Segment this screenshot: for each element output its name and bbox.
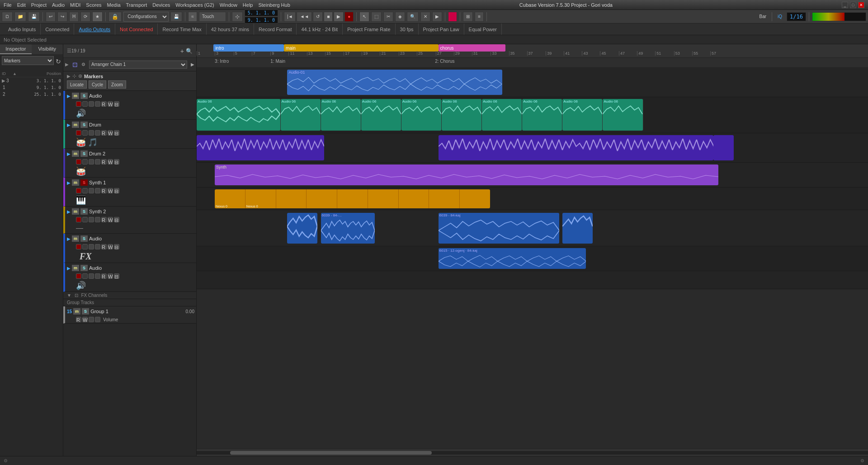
config-save-button[interactable]: 💾 [170,12,182,22]
record-button[interactable]: ● [344,12,354,22]
fx-channels-arrow[interactable]: ▼ [67,293,71,298]
menu-file[interactable]: File [4,2,12,8]
menu-scores[interactable]: Scores [86,2,101,8]
synth2-r-btn[interactable]: R [101,217,107,222]
quantize-button[interactable]: ≡ [475,12,484,22]
drum-eq-btn[interactable] [89,130,94,136]
main-section-block[interactable]: main [284,44,439,52]
intro-section-block[interactable]: intro [213,44,284,52]
audio-track-1-solo-button[interactable]: S [80,93,88,99]
menu-midi[interactable]: MIDI [70,2,80,8]
drum-clip-5[interactable]: Audio 06 [401,99,442,131]
synth1-eq-btn[interactable] [89,188,94,193]
audio-track-1-write-btn[interactable]: W [108,101,113,107]
synth2-fx-btn[interactable] [95,217,100,222]
drum2-clip-1[interactable] [197,135,324,160]
synth2-track-lane[interactable]: Nexus 0 Nexus 0 [197,188,868,210]
group1-eq-btn[interactable] [89,317,94,322]
history-button[interactable]: H [69,12,79,22]
audio3-q-btn[interactable]: ⊟ [114,273,119,279]
audio-clip-small-3[interactable]: 6039 - 84-kaj [439,213,559,244]
touch-mode-label[interactable]: Touch [199,12,226,22]
drum-track-expand[interactable]: ▶ [67,122,71,127]
synth1-track-lane[interactable]: Synth [197,163,868,188]
audio3-w-btn[interactable]: W [108,273,113,279]
new-project-button[interactable]: 🗋 [2,12,13,22]
marker-row-2[interactable]: 2 25. 1. 1. 0 [0,91,63,98]
drum-clip-8[interactable]: Audio 06 [522,99,562,131]
horizontal-scrollbar[interactable] [197,449,868,456]
drum2-track-solo-button[interactable]: S [80,150,88,157]
stop-button[interactable]: ■ [324,12,333,22]
audio3-rec-btn[interactable] [76,273,81,279]
group1-solo-button[interactable]: S [82,308,89,315]
zoom-button[interactable]: Zoom [108,80,126,89]
synth2-rec-btn[interactable] [76,217,81,222]
group1-track-expand[interactable]: 15 [67,309,72,314]
group1-fx-btn[interactable] [95,317,100,322]
drum2-eq-btn[interactable] [89,159,94,164]
menu-project[interactable]: Project [31,2,47,8]
scroll-thumb[interactable] [230,451,432,455]
synth-clip[interactable]: Synth [215,164,718,185]
audio-track-3-lane[interactable]: 6015 · 12-ogenj · 84-kaj [197,246,868,271]
marker-row-1[interactable]: 1 9. 1. 1. 0 [0,84,63,91]
audio3-eq-btn[interactable] [89,273,94,279]
synth1-q-btn[interactable]: ⊟ [114,188,119,193]
synth1-mon-btn[interactable] [82,188,88,193]
audio-track-3-expand[interactable]: ▶ [67,266,71,271]
audio3-mon-btn[interactable] [82,273,88,279]
audio-track-2-expand[interactable]: ▶ [67,236,71,241]
snap-button[interactable]: ⊞ [463,12,473,22]
not-connected-item[interactable]: Not Connected [115,23,158,35]
inspector-refresh-icon[interactable]: ↻ [56,58,61,65]
menu-bar[interactable]: File Edit Project Audio MIDI Scores Medi… [4,2,290,8]
drum2-track-lane[interactable] [197,133,868,163]
arranger-collapse-arrow[interactable]: ▶ [65,62,69,67]
audio-track-1-lane[interactable]: Audio-01 [197,68,868,97]
synth1-track-solo-button[interactable]: S [80,179,88,186]
drum2-rec-btn[interactable] [76,159,81,164]
synth2-mon-btn[interactable] [82,217,88,222]
loop-button[interactable]: ↺ [313,12,323,22]
inspector-tab[interactable]: Inspector [0,44,32,54]
synth2-q-btn[interactable]: ⊟ [114,217,119,222]
synth1-fx-btn[interactable] [95,188,100,193]
audio-track-1-monitor-btn[interactable] [82,101,88,107]
audio-track-3-solo-button[interactable]: S [80,265,88,271]
drum2-clip-3[interactable] [713,135,734,160]
drum-clip-10[interactable]: Audio 06 [603,99,643,131]
menu-window[interactable]: Window [220,2,237,8]
audio2-r-btn[interactable]: R [101,244,107,249]
status-left-icon[interactable]: ⚙ [4,458,8,463]
audio-track-1-mute-button[interactable]: m [72,93,79,99]
synth2-track-solo-button[interactable]: S [80,208,88,215]
menu-help[interactable]: Help [243,2,253,8]
open-button[interactable]: 📁 [14,12,26,22]
audio-inputs-item[interactable]: Audio Inputs [4,23,41,35]
audio-01-clip[interactable]: Audio-01 [287,70,502,95]
arranger-chain-dropdown[interactable]: Arranger Chain 1 [89,61,187,69]
drum2-track-mute-button[interactable]: m [72,150,79,157]
marker-type-dropdown[interactable]: Markers [2,56,54,65]
drum-track-lane[interactable]: Audio 06 Audio 06 Audio 06 Audio 06 Audi… [197,97,868,133]
close-button[interactable]: ✕ [858,2,864,8]
synth1-track-mute-button[interactable]: m [72,179,79,186]
glue-tool-button[interactable]: ◈ [395,12,405,22]
drum2-q-btn[interactable]: ⊟ [114,159,119,164]
drum-rec-btn[interactable] [76,130,81,136]
marker-row-3[interactable]: ▶ 3 3. 1. 1. 0 [0,77,63,84]
drum-track-solo-button[interactable]: S [80,122,88,128]
audio-track-1-expand[interactable]: ▶ [67,94,71,99]
synth2-track-mute-button[interactable]: m [72,208,79,215]
nexus-main-clip[interactable]: Nexus 0 Nexus 0 [215,189,490,208]
collapse-icon[interactable]: ☰ [67,48,71,54]
audio-track-2-mute-button[interactable]: m [72,235,79,242]
undo-button[interactable]: ↩ [46,12,56,22]
touch-indicator[interactable]: ≈ [188,12,197,22]
audio-clip-small-4[interactable] [562,213,593,244]
drum2-mon-btn[interactable] [82,159,88,164]
audio2-rec-btn[interactable] [76,244,81,249]
menu-devices[interactable]: Devices [152,2,170,8]
synth2-eq-btn[interactable] [89,217,94,222]
